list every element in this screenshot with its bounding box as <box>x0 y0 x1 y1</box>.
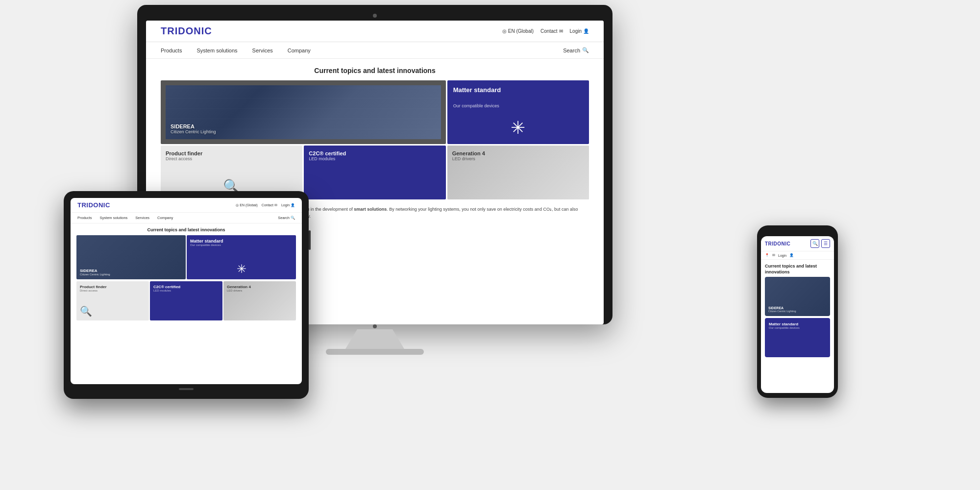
tablet-frame: TRIDONIC ◎ EN (Global) Contact ✉ Login 👤 <box>64 191 309 399</box>
phone-login-text[interactable]: Login <box>778 254 786 257</box>
tablet-c2c-subtitle: LED modules <box>153 289 219 292</box>
tablet-login[interactable]: Login 👤 <box>281 203 295 207</box>
tile-c2c[interactable]: C2C® certified LED modules <box>304 146 445 199</box>
tablet-contact[interactable]: Contact ✉ <box>262 203 277 207</box>
tablet-nav: Products System solutions Services Compa… <box>71 213 302 223</box>
tablet-city-sublabel: Citizen Centric Lighting <box>80 273 110 276</box>
desktop-header: TRIDONIC ◎ EN (Global) Contact ✉ Login 👤 <box>146 21 604 42</box>
tablet-device: TRIDONIC ◎ EN (Global) Contact ✉ Login 👤 <box>64 191 309 399</box>
desktop-tile-grid: SIDEREA Citizen Centric Lighting Matter … <box>146 80 604 199</box>
tablet-matter-subtitle: Our compatible devices <box>190 244 293 246</box>
tablet-tile-city[interactable]: SIDEREA Citizen Centric Lighting <box>76 235 186 279</box>
phone-city-sublabel: Citizen Centric Lighting <box>768 310 796 313</box>
desktop-nav: Products System solutions Services Compa… <box>146 42 604 59</box>
tablet-tile-c2c[interactable]: C2C® certified LED modules <box>150 281 222 320</box>
contact-link[interactable]: Contact ✉ <box>540 28 563 34</box>
search-icon: 🔍 <box>582 47 589 53</box>
tablet-user-icon: 👤 <box>291 203 295 207</box>
c2c-subtitle: LED modules <box>309 156 441 161</box>
tablet-globe-icon: ◎ <box>236 203 239 207</box>
tablet-finder-icon: 🔍 <box>80 305 146 317</box>
tablet-nav-links: Products System solutions Services Compa… <box>77 216 173 220</box>
tablet-section-title: Current topics and latest innovations <box>71 223 302 235</box>
phone-section-title: Current topics and latest innovations <box>761 260 834 277</box>
phone-location-icon: 📍 <box>765 253 769 257</box>
desktop-nav-links: Products System solutions Services Compa… <box>161 48 311 53</box>
monitor-stand <box>345 329 404 349</box>
phone-matter-title: Matter standard <box>769 322 826 326</box>
tablet-nav-products[interactable]: Products <box>77 216 92 220</box>
tablet-nav-system-solutions[interactable]: System solutions <box>100 216 128 220</box>
tablet-matter-title: Matter standard <box>190 239 293 244</box>
region-selector[interactable]: ◎ EN (Global) <box>502 28 534 34</box>
phone-contact-icon: ✉ <box>772 253 775 257</box>
monitor-base <box>326 349 424 355</box>
tablet-home-button[interactable] <box>179 388 194 390</box>
desktop-search-btn[interactable]: Search 🔍 <box>563 47 589 53</box>
tablet-tile-matter[interactable]: Matter standard Our compatible devices ✳ <box>187 235 296 279</box>
tablet-logo: TRIDONIC <box>77 201 110 209</box>
phone-screen: TRIDONIC 🔍 ☰ 📍 ✉ Login 👤 Current topics … <box>761 236 834 393</box>
tablet-tile-grid: SIDEREA Citizen Centric Lighting Matter … <box>71 235 302 280</box>
tile-city[interactable]: SIDEREA Citizen Centric Lighting <box>161 80 446 144</box>
tablet-search-btn[interactable]: Search 🔍 <box>278 216 295 220</box>
tablet-nav-services[interactable]: Services <box>135 216 149 220</box>
phone-notch <box>785 230 810 233</box>
desktop-section-title: Current topics and latest innovations <box>146 59 604 80</box>
login-link[interactable]: Login 👤 <box>570 28 589 34</box>
city-sublabel: Citizen Centric Lighting <box>171 129 216 134</box>
tablet-matter-icon: ✳ <box>190 262 293 276</box>
monitor-stand-dot <box>373 324 377 328</box>
tile-gen4[interactable]: Generation 4 LED drivers <box>447 146 589 199</box>
desktop-logo: TRIDONIC <box>161 25 212 37</box>
tablet-nav-company[interactable]: Company <box>157 216 173 220</box>
phone-matter-subtitle: Our compatible devices <box>769 326 826 329</box>
tablet-region[interactable]: ◎ EN (Global) <box>236 203 258 207</box>
phone-tile-matter[interactable]: Matter standard Our compatible devices <box>765 318 830 357</box>
nav-services[interactable]: Services <box>252 48 273 53</box>
c2c-title: C2C® certified <box>309 150 441 156</box>
tablet-screen: TRIDONIC ◎ EN (Global) Contact ✉ Login 👤 <box>71 198 302 384</box>
phone-city-label: SIDEREA <box>768 306 796 310</box>
desktop-header-right: ◎ EN (Global) Contact ✉ Login 👤 <box>502 28 589 34</box>
gen4-subtitle: LED drivers <box>452 156 584 161</box>
matter-title: Matter standard <box>453 86 501 94</box>
tablet-header-right: ◎ EN (Global) Contact ✉ Login 👤 <box>236 203 295 207</box>
phone-user-icon: 👤 <box>789 253 794 257</box>
nav-system-solutions[interactable]: System solutions <box>196 48 237 53</box>
city-label: SIDEREA <box>171 123 216 129</box>
tablet-side-button <box>309 230 311 250</box>
phone-header-icons: 🔍 ☰ <box>810 239 830 248</box>
finder-title: Product finder <box>166 150 297 156</box>
tablet-tile-finder[interactable]: Product finder Direct access 🔍 <box>76 281 149 320</box>
phone-logo: TRIDONIC <box>765 241 790 246</box>
phone-header: TRIDONIC 🔍 ☰ <box>761 236 834 251</box>
tablet-bottom-grid: Product finder Direct access 🔍 C2C® cert… <box>71 280 302 320</box>
tablet-search-icon: 🔍 <box>291 216 295 220</box>
phone-tile-city[interactable]: SIDEREA Citizen Centric Lighting <box>765 277 830 316</box>
globe-icon: ◎ <box>502 28 507 34</box>
finder-subtitle: Direct access <box>166 156 297 161</box>
tablet-chat-icon: ✉ <box>274 203 277 207</box>
tablet-gen4-subtitle: LED drivers <box>227 289 293 292</box>
phone-frame: TRIDONIC 🔍 ☰ 📍 ✉ Login 👤 Current topics … <box>757 225 838 398</box>
nav-company[interactable]: Company <box>288 48 311 53</box>
tablet-city-label: SIDEREA <box>80 269 110 273</box>
tablet-tile-gen4[interactable]: Generation 4 LED drivers <box>223 281 296 320</box>
phone-device: TRIDONIC 🔍 ☰ 📍 ✉ Login 👤 Current topics … <box>757 225 838 398</box>
phone-menu-btn[interactable]: ☰ <box>821 239 830 248</box>
tablet-gen4-title: Generation 4 <box>227 285 293 289</box>
chat-icon: ✉ <box>559 28 563 34</box>
nav-products[interactable]: Products <box>161 48 182 53</box>
tablet-header: TRIDONIC ◎ EN (Global) Contact ✉ Login 👤 <box>71 198 302 213</box>
phone-search-btn[interactable]: 🔍 <box>810 239 819 248</box>
tablet-finder-subtitle: Direct access <box>80 289 146 292</box>
matter-icon: ✳ <box>511 118 525 138</box>
tile-matter[interactable]: Matter standard Our compatible devices ✳ <box>447 80 589 144</box>
matter-subtitle: Our compatible devices <box>453 103 499 108</box>
phone-top-icons-row: 📍 ✉ Login 👤 <box>761 251 834 260</box>
tablet-finder-title: Product finder <box>80 285 146 289</box>
user-icon: 👤 <box>583 28 589 34</box>
gen4-title: Generation 4 <box>452 150 584 156</box>
monitor-camera <box>373 14 377 18</box>
